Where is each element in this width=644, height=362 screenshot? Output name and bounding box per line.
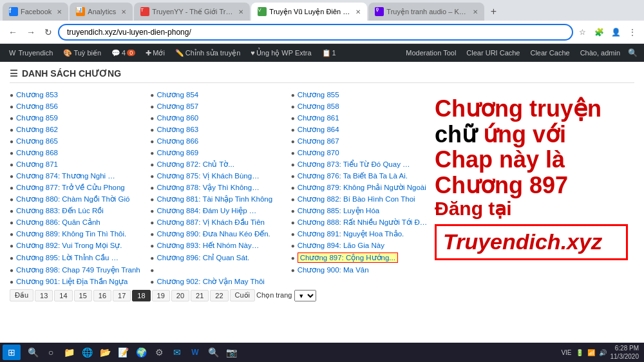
chapter-link[interactable]: Chương 859 xyxy=(16,113,58,122)
chapter-link[interactable]: Chương 879: Không Phải Người Ngoài xyxy=(298,183,426,192)
tab-close-truyenvu[interactable]: ✕ xyxy=(355,8,361,15)
tab-audio[interactable]: 🎙 Truyện tranh audio – Kênh th... ✕ xyxy=(368,3,484,21)
chapter-link[interactable]: Chương 898: Chap 749 Truyện Tranh xyxy=(16,265,140,274)
chapter-link[interactable]: Chương 887: Vị Khách Đầu Tiên xyxy=(156,218,265,227)
chapter-link[interactable]: Chương 861 xyxy=(298,113,339,122)
tab-truyenvu[interactable]: V Truyện Vũ Luyện Điên Phong... ✕ xyxy=(251,3,367,21)
chapter-link[interactable]: Chương 858 xyxy=(298,102,339,111)
chapter-link[interactable]: Chương 868 xyxy=(16,148,58,157)
start-button[interactable]: ⊞ xyxy=(3,345,21,360)
extension-icon[interactable]: 🧩 xyxy=(592,26,605,39)
moderation-tool-button[interactable]: Moderation Tool xyxy=(401,44,461,62)
chapter-link[interactable]: Chương 880: Chàm Ngồi Thời Gió xyxy=(16,195,129,204)
chapter-link-highlighted[interactable]: Chương 897: Cộng Hướng... xyxy=(298,252,398,263)
tab-close-facebook[interactable]: ✕ xyxy=(57,8,62,15)
chapter-link[interactable]: Chương 876: Ta Biết Bà Ta Là Ai. xyxy=(298,171,408,180)
page-button-20[interactable]: 20 xyxy=(171,290,189,301)
chapter-link[interactable]: Chương 890: Đưa Nhau Kéo Đến. xyxy=(156,229,270,238)
wp-new[interactable]: ✚ Mới xyxy=(140,44,170,62)
forward-button[interactable]: → xyxy=(23,25,39,39)
chapter-link[interactable]: Chương 860 xyxy=(156,113,198,122)
chapter-link[interactable]: Chương 895: Lời Thỉnh Cầu Của Các Đ... xyxy=(16,253,119,262)
page-button-21[interactable]: 21 xyxy=(191,290,209,301)
wp-extra[interactable]: ♥ Ủng hộ WP Extra xyxy=(245,44,316,62)
taskbar-camera-icon[interactable]: 📷 xyxy=(223,344,240,361)
taskbar-cortana-icon[interactable]: ○ xyxy=(43,344,59,361)
page-button-14[interactable]: 14 xyxy=(54,290,72,301)
back-button[interactable]: ← xyxy=(5,25,21,39)
chapter-link[interactable]: Chương 864 xyxy=(298,125,339,134)
chapter-link[interactable]: Chương 857 xyxy=(156,102,198,111)
taskbar-earth-icon[interactable]: 🌍 xyxy=(133,344,149,361)
chapter-link[interactable]: Chương 889: Không Tin Thì Thôi. xyxy=(16,229,126,238)
chapter-link[interactable]: Chương 862 xyxy=(16,125,58,134)
chapter-link[interactable]: Chương 896: Chỉ Quan Sát. xyxy=(156,253,249,262)
tab-close-audio[interactable]: ✕ xyxy=(473,8,478,15)
chapter-link[interactable]: Chương 892: Vui Trong Mọi Sự. xyxy=(16,241,122,250)
page-button-18-active[interactable]: 18 xyxy=(132,290,150,301)
tab-analytics[interactable]: 📊 Analytics ✕ xyxy=(70,3,133,21)
chapter-link[interactable]: Chương 874: Thương Nghi Thỏa Đáng. xyxy=(16,171,119,180)
chapter-link[interactable]: Chương 877: Trở Về Cửu Phong xyxy=(16,183,125,192)
chapter-link[interactable]: Chương 866 xyxy=(156,137,198,146)
page-button-22[interactable]: 22 xyxy=(210,290,228,301)
bookmark-icon[interactable]: ☆ xyxy=(576,26,589,39)
new-tab-button[interactable]: + xyxy=(486,4,501,19)
clear-uri-cache-button[interactable]: Clear URI Cache xyxy=(461,44,525,62)
chapter-link[interactable]: Chương 869 xyxy=(156,148,198,157)
wp-edit-story[interactable]: ✏️ Chỉnh sửa truyện xyxy=(170,44,245,62)
chapter-link[interactable]: Chương 863 xyxy=(156,125,198,134)
clear-cache-button[interactable]: Clear Cache xyxy=(525,44,574,62)
chapter-link[interactable]: Chương 878: Vậy Thì Không Thành Vã... xyxy=(156,183,260,192)
chapter-link[interactable]: Chương 884: Đám Uy Hiệp Người Của ... xyxy=(156,206,260,215)
taskbar-globe-icon[interactable]: 🔍 xyxy=(205,344,222,361)
menu-icon[interactable]: ⋮ xyxy=(626,26,639,39)
chapter-link[interactable]: Chương 885: Luyện Hóa xyxy=(298,206,380,215)
page-last-button[interactable]: Cuối xyxy=(230,289,256,301)
page-button-16[interactable]: 16 xyxy=(93,290,111,301)
tab-close-analytics[interactable]: ✕ xyxy=(121,8,126,15)
reload-button[interactable]: ↻ xyxy=(41,25,55,39)
wp-comments[interactable]: 💬 4 0 xyxy=(106,44,140,62)
chapter-link[interactable]: Chương 854 xyxy=(156,90,198,99)
taskbar-search-icon[interactable]: 🔍 xyxy=(24,344,41,361)
taskbar-word-icon[interactable]: W xyxy=(187,344,204,361)
wp-brand[interactable]: W Truyendich xyxy=(4,44,58,62)
chapter-link[interactable]: Chương 871 xyxy=(16,160,58,169)
page-select-dropdown[interactable]: ▾ xyxy=(294,290,316,301)
page-button-17[interactable]: 17 xyxy=(113,290,131,301)
taskbar-mail-icon[interactable]: ✉ xyxy=(169,344,185,361)
chapter-link[interactable]: Chương 902: Chờ Vận May Thôi xyxy=(156,277,265,286)
tab-truyenyy[interactable]: T TruyenYY - Thế Giới Truyện Ti... ✕ xyxy=(134,3,250,21)
taskbar-settings-icon[interactable]: ⚙ xyxy=(151,344,167,361)
taskbar-chrome-icon[interactable]: 🌐 xyxy=(79,344,95,361)
chapter-link[interactable]: Chương 873: Tiểu Từ Đó Quay Lại Rồi. xyxy=(298,160,413,169)
taskbar-files-icon[interactable]: 📁 xyxy=(61,344,77,361)
avatar-icon[interactable]: 👤 xyxy=(609,26,622,39)
chapter-link[interactable]: Chương 882: Bí Bào Hình Con Thoi xyxy=(298,195,415,204)
chapter-link[interactable]: Chương 875: Vị Khách Bùng Bùng Sức Sống. xyxy=(156,171,260,180)
address-bar[interactable]: truyendich.xyz/vu-luyen-dien-phong/ xyxy=(58,24,573,41)
tab-facebook[interactable]: f Facebook ✕ xyxy=(3,3,68,21)
page-button-13[interactable]: 13 xyxy=(35,290,53,301)
taskbar-filezilla-icon[interactable]: 📂 xyxy=(97,344,113,361)
tab-close-truyenyy[interactable]: ✕ xyxy=(238,8,243,15)
chapter-link[interactable]: Chương 853 xyxy=(16,90,58,99)
chapter-link[interactable]: Chương 891: Nguyệt Hoa Thảo. xyxy=(298,229,404,238)
chapter-link[interactable]: Chương 888: Rất Nhiều Người Tới Đây. xyxy=(298,218,428,227)
chapter-link[interactable]: Chương 867 xyxy=(298,137,339,146)
chapter-link[interactable]: Chương 870 xyxy=(298,148,339,157)
page-button-19[interactable]: 19 xyxy=(152,290,170,301)
chapter-link[interactable]: Chương 872: Chủ Tờ... xyxy=(156,160,234,169)
chapter-link[interactable]: Chương 886: Quân Cảnh xyxy=(16,218,100,227)
chapter-link[interactable]: Chương 855 xyxy=(298,90,339,99)
chapter-link[interactable]: Chương 883: Đến Lúc Rồi xyxy=(16,206,104,215)
chapter-link[interactable]: Chương 881: Tài Nhập Tinh Không xyxy=(156,195,272,204)
page-first-button[interactable]: Đầu xyxy=(10,289,33,301)
chapter-link[interactable]: Chương 865 xyxy=(16,137,58,146)
page-button-15[interactable]: 15 xyxy=(74,290,92,301)
chapter-link[interactable]: Chương 856 xyxy=(16,102,58,111)
wp-cache-info[interactable]: 📋 1 xyxy=(317,44,341,62)
chapter-link[interactable]: Chương 894: Lão Gia Này xyxy=(298,241,384,250)
chapter-link[interactable]: Chương 893: Hết Nhóm Này Đến Nhó... xyxy=(156,241,260,250)
